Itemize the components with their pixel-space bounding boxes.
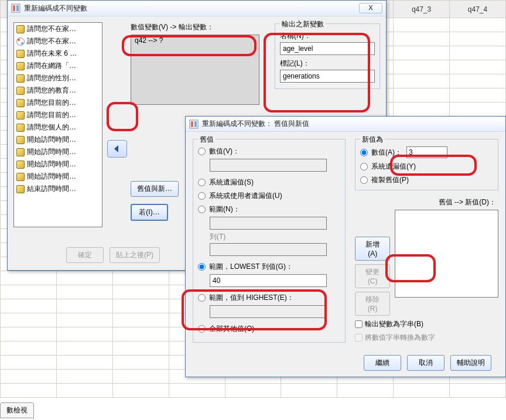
move-arrow-button[interactable] [107,140,127,158]
variable-list-item[interactable]: 請問在未來 6 … [14,47,102,60]
name-label: 名稱(N)： [280,31,375,41]
help-button[interactable]: 輔助說明 [450,355,491,371]
variable-label: 請問您的教育… [27,86,76,95]
paste-button[interactable]: 貼上之後(P) [110,247,160,263]
scale-icon [16,136,25,144]
change-button[interactable]: 變更(C) [355,264,390,288]
titlebar[interactable]: 重新編碼成不同變數： 舊值與新值 [186,117,505,132]
variable-list-item[interactable]: 開始訪問時間… [14,134,102,146]
scale-icon [16,50,25,58]
range-from-input[interactable] [210,217,327,230]
col-header[interactable]: q47_3 [394,1,450,18]
scale-icon [16,62,25,70]
variable-label: 結束訪問時間… [27,184,76,194]
variable-list-item[interactable]: 請問您不在家… [14,35,102,47]
variable-list-item[interactable]: 開始訪問時間… [14,146,102,158]
new-value-input[interactable] [406,146,447,158]
opt-range-highest[interactable]: 範圍，值到 HIGHEST(E)： [198,293,340,303]
titlebar[interactable]: 重新編碼成不同變數 X [8,1,386,16]
opt-sys-user-miss[interactable]: 系統或使用者遺漏值(U) [198,191,340,201]
convert-numeric-checkbox: 將數值字串轉換為數字 [355,333,498,343]
scale-icon [16,99,25,107]
opt-all-other[interactable]: 全部其他值(O) [198,324,340,334]
variable-label: 請問在網路「… [27,61,76,71]
old-new-values-button[interactable]: 舊值與新… [131,181,179,197]
cancel-button[interactable]: 取消 [407,355,445,371]
variable-label: 請問在未來 6 … [27,49,77,59]
col-header[interactable]: q47_4 [450,1,506,18]
oldnew-list[interactable] [395,210,498,298]
close-button[interactable]: X [359,3,382,13]
ok-button[interactable]: 確定 [66,247,104,263]
opt-sysmiss[interactable]: 系統遺漏值(S) [198,177,340,187]
new-opt-value[interactable]: 數值(A)： [360,146,493,158]
scale-icon [16,124,25,132]
opt-range-highest-label: 範圍，值到 HIGHEST(E)： [209,293,294,303]
range-to-label: 到(T) [210,232,340,242]
output-string-checkbox[interactable]: 輸出變數為字串(B) [355,319,498,329]
variable-list-item[interactable]: 結束訪問時間… [14,183,102,195]
old-value-input[interactable] [210,159,327,172]
new-opt-sysmiss-label: 系統遺漏值(Y) [371,162,416,172]
tag-label: 標記(L)： [280,59,375,69]
if-button[interactable]: 若(I)… [131,204,168,221]
scale-icon [16,173,25,181]
opt-range-label: 範圍(N)： [209,204,240,214]
variable-label: 開始訪問時間… [27,135,76,145]
variable-list-item[interactable]: 開始訪問時間… [14,170,102,183]
new-value-legend: 新值為 [360,135,385,145]
new-opt-sysmiss[interactable]: 系統遺漏值(Y) [360,162,493,172]
variable-label: 請問您不在家… [27,36,76,46]
variable-label: 請問您目前的… [27,110,76,120]
opt-range-lowest-label: 範圍，LOWEST 到值(G)： [209,262,293,272]
range-to-input[interactable] [210,243,327,256]
dialog-title: 重新編碼成不同變數： 舊值與新值 [202,119,502,129]
output-variable-group: 輸出之新變數 名稱(N)： 標記(L)： [275,23,380,89]
scale-icon [16,111,25,119]
output-mapping-box[interactable]: q42 --> ? [131,35,259,105]
convert-numeric-label: 將數值字串轉換為數字 [365,333,435,343]
tab-variable-view[interactable]: 數檢視 [0,402,34,418]
add-button[interactable]: 新增(A) [355,237,390,261]
opt-value[interactable]: 數值(V)： [198,146,340,156]
old-value-group: 舊值 數值(V)： 系統遺漏值(S) 系統或使用者遺漏值(U) 範圍(N)： 到… [193,139,346,343]
opt-sysmiss-label: 系統遺漏值(S) [209,177,254,187]
variable-list-item[interactable]: 請問在網路「… [14,60,102,72]
variable-label: 開始訪問時間… [27,172,76,182]
new-opt-copy-label: 複製舊值(P) [371,175,409,185]
old-new-values-dialog: 重新編碼成不同變數： 舊值與新值 舊值 數值(V)： 系統遺漏值(S) 系統或使… [185,116,506,377]
opt-range[interactable]: 範圍(N)： [198,204,340,214]
range-highest-input[interactable] [210,305,327,318]
nominal-icon [16,37,25,46]
variable-label: 請問您的性別… [27,73,76,83]
new-opt-value-label: 數值(A)： [371,148,402,158]
variable-list[interactable]: 請問您不在家…請問您不在家…請問在未來 6 …請問在網路「…請問您的性別…請問您… [13,22,102,227]
variable-label: 開始訪問時間… [27,147,76,157]
scale-icon [16,161,25,169]
opt-all-other-label: 全部其他值(O) [209,324,254,334]
new-value-group: 新值為 數值(A)： 系統遺漏值(Y) 複製舊值(P) [355,139,498,190]
variable-list-item[interactable]: 請問您目前的… [14,109,102,121]
continue-button[interactable]: 繼續 [364,355,401,371]
variable-list-item[interactable]: 請問您不在家… [14,23,102,35]
variable-list-item[interactable]: 請問您的教育… [14,84,102,97]
variable-label: 請問您個人的… [27,122,76,132]
new-opt-copy[interactable]: 複製舊值(P) [360,175,493,185]
arrow-left-icon [112,144,122,153]
range-lowest-input[interactable] [210,274,327,287]
variable-list-item[interactable]: 開始訪問時間… [14,158,102,170]
dialog-title: 重新編碼成不同變數 [24,4,359,13]
variable-list-item[interactable]: 請問您個人的… [14,121,102,134]
output-tag-input[interactable] [280,70,375,83]
variable-label: 請問您目前的… [27,98,76,108]
variable-list-item[interactable]: 請問您的性別… [14,72,102,84]
old-value-legend: 舊值 [198,135,216,145]
scale-icon [16,185,25,193]
numeric-output-label: 數值變數(V) -> 輸出變數： [131,22,270,32]
variable-list-item[interactable]: 請問您目前的… [14,97,102,109]
output-string-label: 輸出變數為字串(B) [365,319,423,329]
output-name-input[interactable] [280,42,375,55]
opt-range-lowest[interactable]: 範圍，LOWEST 到值(G)： [198,262,340,272]
scale-icon [16,87,25,95]
remove-button[interactable]: 移除(R) [355,292,390,316]
